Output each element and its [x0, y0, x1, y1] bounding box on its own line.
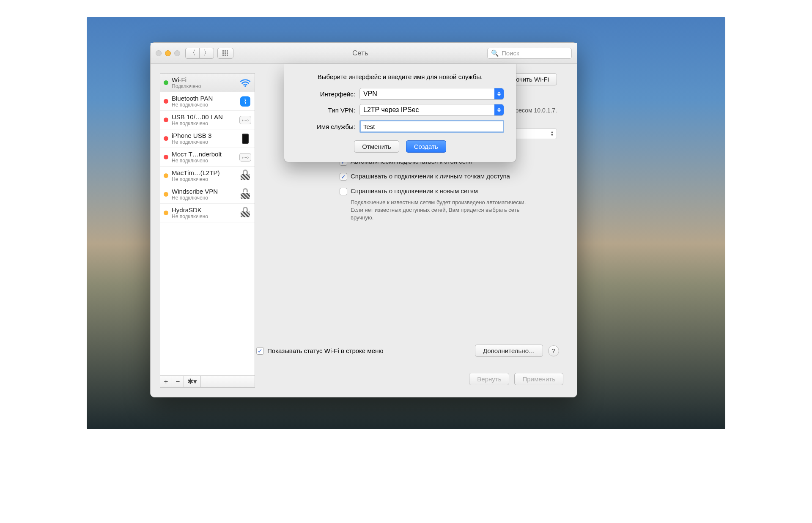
ethernet-icon: ‹···›: [239, 153, 251, 162]
service-status: Не подключено: [172, 158, 236, 164]
footer-buttons: Вернуть Применить: [469, 373, 563, 385]
checkbox-ask-personal[interactable]: [340, 173, 347, 181]
service-item-usb-lan[interactable]: USB 10/…00 LAN Не подключено ‹···›: [160, 111, 255, 129]
vpn-type-select[interactable]: L2TP через IPSec: [359, 104, 504, 116]
vpn-type-value: L2TP через IPSec: [363, 106, 419, 114]
service-actions-menu[interactable]: ✱▾: [184, 376, 201, 387]
service-item-l2tp[interactable]: MacTim…(L2TP) Не подключено: [160, 167, 255, 185]
status-dot-icon: [164, 136, 168, 141]
chevron-updown-icon: [494, 104, 504, 115]
service-name-label: Имя службы:: [296, 123, 355, 130]
status-dot-icon: [164, 192, 168, 197]
lock-icon: [241, 172, 250, 180]
service-name: USB 10/…00 LAN: [172, 113, 236, 120]
svg-rect-7: [225, 55, 226, 56]
search-icon: 🔍: [491, 49, 499, 57]
lock-icon: [241, 209, 250, 217]
apply-button[interactable]: Применить: [514, 373, 563, 385]
interface-value: VPN: [363, 90, 377, 98]
remove-service-button[interactable]: −: [172, 376, 184, 387]
svg-point-9: [244, 85, 246, 87]
service-name: iPhone USB 3: [172, 132, 236, 139]
status-dot-icon: [164, 173, 168, 178]
service-status: Не подключено: [172, 102, 236, 108]
service-item-iphone[interactable]: iPhone USB 3 Не подключено: [160, 129, 255, 148]
service-item-windscribe[interactable]: Windscribe VPN Не подключено: [160, 185, 255, 204]
service-name: Мост T…nderbolt: [172, 151, 236, 158]
svg-rect-3: [222, 52, 224, 54]
svg-rect-4: [225, 52, 226, 54]
status-dot-icon: [164, 99, 168, 104]
titlebar: 〈 〉 Сеть 🔍 Поиск: [151, 43, 577, 64]
svg-rect-8: [227, 55, 228, 56]
search-input[interactable]: 🔍 Поиск: [487, 48, 572, 59]
traffic-lights: [156, 50, 180, 56]
label-ask-new: Спрашивать о подключении к новым сетям: [351, 187, 478, 194]
service-name: HydraSDK: [172, 206, 236, 214]
lock-icon: [241, 190, 250, 199]
bluetooth-icon: ⌇: [240, 96, 250, 107]
status-dot-icon: [164, 155, 168, 159]
service-status: Не подключено: [172, 120, 236, 126]
sheet-title: Выберите интерфейс и введите имя для нов…: [296, 73, 504, 80]
forward-button[interactable]: 〉: [200, 48, 214, 59]
service-item-wifi[interactable]: Wi-Fi Подключено: [160, 74, 255, 92]
interface-label: Интерфейс:: [296, 90, 355, 98]
zoom-window-button[interactable]: [174, 50, 180, 56]
ip-address-label: дресом 10.0.1.7.: [512, 107, 557, 114]
service-status: Не подключено: [172, 214, 236, 219]
service-status: Подключено: [172, 83, 236, 89]
service-status: Не подключено: [172, 195, 236, 201]
interface-select[interactable]: VPN: [359, 88, 504, 100]
checkbox-ask-new[interactable]: [340, 188, 347, 195]
status-dot-icon: [164, 211, 168, 215]
stepper-icon: ▲▼: [550, 131, 554, 137]
service-item-hydrasdk[interactable]: HydraSDK Не подключено: [160, 204, 255, 222]
service-name: MacTim…(L2TP): [172, 169, 236, 176]
desktop-wallpaper: 〈 〉 Сеть 🔍 Поиск Wi-Fi Подключе: [87, 17, 725, 429]
svg-rect-5: [227, 52, 228, 54]
service-name: Wi-Fi: [172, 76, 236, 83]
services-sidebar: Wi-Fi Подключено Bluetooth PAN Не подклю…: [160, 73, 255, 388]
cancel-button[interactable]: Отменить: [354, 140, 399, 153]
wifi-options: Автоматически подключаться к этой сети С…: [340, 158, 568, 222]
service-name-input[interactable]: [359, 120, 504, 133]
add-service-button[interactable]: +: [160, 376, 172, 387]
service-status: Не подключено: [172, 176, 236, 182]
svg-rect-2: [227, 50, 228, 52]
checkbox-show-status[interactable]: [256, 347, 264, 355]
sidebar-toolbar: + − ✱▾: [160, 376, 255, 388]
status-dot-icon: [164, 118, 168, 122]
label-ask-personal: Спрашивать о подключении к личным точкам…: [351, 173, 510, 180]
back-button[interactable]: 〈: [185, 48, 200, 59]
label-show-status: Показывать статус Wi-Fi в строке меню: [267, 347, 384, 354]
status-dot-icon: [164, 80, 168, 85]
chevron-updown-icon: [494, 88, 504, 99]
advanced-button[interactable]: Дополнительно…: [475, 345, 543, 357]
service-status: Не подключено: [172, 139, 236, 145]
close-window-button[interactable]: [156, 50, 162, 56]
svg-rect-0: [222, 50, 224, 52]
help-button[interactable]: ?: [548, 345, 559, 356]
show-all-button[interactable]: [217, 48, 233, 59]
svg-rect-1: [225, 50, 226, 52]
wifi-icon: [239, 78, 251, 88]
revert-button[interactable]: Вернуть: [469, 373, 509, 385]
help-text: Подключение к известным сетям будет прои…: [351, 199, 532, 222]
gear-icon: ✱▾: [187, 377, 197, 386]
grid-icon: [222, 50, 229, 57]
ethernet-icon: ‹···›: [239, 116, 251, 124]
new-service-sheet: Выберите интерфейс и введите имя для нов…: [284, 64, 516, 162]
services-list: Wi-Fi Подключено Bluetooth PAN Не подклю…: [160, 73, 255, 376]
window-title: Сеть: [233, 49, 487, 58]
minimize-window-button[interactable]: [165, 50, 171, 56]
service-name: Windscribe VPN: [172, 188, 236, 195]
service-name: Bluetooth PAN: [172, 95, 236, 102]
create-button[interactable]: Создать: [406, 140, 446, 153]
svg-rect-6: [222, 55, 224, 56]
service-item-bluetooth[interactable]: Bluetooth PAN Не подключено ⌇: [160, 92, 255, 111]
search-placeholder: Поиск: [502, 49, 519, 57]
service-item-thunderbolt[interactable]: Мост T…nderbolt Не подключено ‹···›: [160, 148, 255, 167]
vpn-type-label: Тип VPN:: [296, 107, 355, 114]
phone-icon: [242, 134, 249, 144]
